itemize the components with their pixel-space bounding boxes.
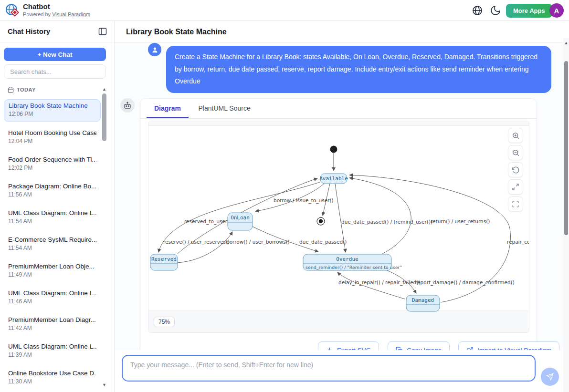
initial-state-node: [330, 146, 337, 153]
transition-label: borrow() / user_borrows(): [226, 239, 290, 245]
chat-history-sidebar: Chat History + New Chat TODAY Library Bo…: [0, 21, 115, 392]
search-chats-input[interactable]: [4, 64, 106, 79]
powered-by: Powered by Visual Paradigm: [23, 11, 90, 17]
collapse-sidebar-icon[interactable]: [98, 27, 107, 36]
state-overdue: Overdue send_reminder() / "Reminder sent…: [303, 254, 402, 270]
svg-text:Overdue: Overdue: [336, 256, 358, 262]
zoom-out-icon: [512, 149, 520, 157]
chat-history-item[interactable]: PremiumMember Loan Obje... 11:49 AM: [4, 260, 101, 283]
sidebar-header: Chat History: [0, 21, 114, 42]
today-label: TODAY: [17, 87, 36, 93]
chat-history-item[interactable]: E-Commerce SysML Require... 11:54 AM: [4, 234, 101, 257]
transition-label: delay_in_repair() / repair_failed(): [338, 279, 420, 286]
diagram-card: Diagram PlantUML Source: [140, 98, 537, 377]
expand-arrows-icon: [512, 183, 519, 191]
scrollbar-up-arrow[interactable]: ▲: [563, 40, 569, 46]
svg-text:Damaged: Damaged: [412, 297, 434, 303]
more-apps-button[interactable]: More Apps: [506, 4, 552, 18]
tab-plantuml-source[interactable]: PlantUML Source: [190, 99, 258, 117]
expand-button[interactable]: [508, 179, 523, 195]
state-damaged: Damaged: [406, 295, 440, 311]
svg-text:OnLoan: OnLoan: [231, 215, 250, 221]
visual-paradigm-logo-icon: [5, 3, 20, 18]
chat-history-item[interactable]: Library Book State Machine 12:06 PM: [4, 99, 101, 122]
state-onloan: OnLoan: [228, 213, 253, 230]
transition-overdue-available: [349, 178, 411, 254]
page-title-bar: Library Book State Machine: [115, 21, 563, 43]
dark-mode-moon-icon[interactable]: [490, 5, 501, 16]
svg-text:Reserved: Reserved: [151, 256, 177, 262]
chat-history-item[interactable]: Hotel Room Booking Use Case 12:04 PM: [4, 127, 101, 150]
send-button[interactable]: [541, 368, 559, 386]
state-machine-diagram: borrow / issue_to_user() due_date_passed…: [148, 121, 529, 332]
transition-label: due_date_passed(): [299, 239, 347, 245]
sidebar-title: Chat History: [8, 27, 50, 35]
zoom-out-button[interactable]: [508, 145, 523, 160]
transition-label: due_date_passed() / (remind_user()): [341, 219, 432, 225]
transition-damaged-overdue: [337, 272, 405, 299]
tab-bar: Diagram PlantUML Source: [140, 99, 537, 119]
chat-history-item[interactable]: Package Diagram: Online Bo... 11:56 AM: [4, 180, 101, 203]
reset-rotate-icon: [512, 166, 520, 174]
new-chat-button[interactable]: + New Chat: [4, 48, 106, 61]
user-message-avatar: [148, 43, 161, 56]
zoom-in-icon: [512, 132, 520, 140]
transition-label: borrow / issue_to_user(): [274, 197, 334, 204]
sidebar-scrollbar[interactable]: [102, 93, 106, 141]
sidebar-scroll-down-arrow[interactable]: ▼: [102, 382, 107, 387]
fullscreen-corners-icon: [512, 200, 519, 208]
transition-label: reserve() / user_reserves(): [163, 239, 230, 245]
robot-icon: [123, 101, 132, 110]
calendar-icon: [8, 87, 14, 93]
diagram-viewport[interactable]: borrow / issue_to_user() due_date_passed…: [148, 121, 529, 333]
chat-history-item[interactable]: UML Class Diagram: Online L... 11:39 AM: [4, 340, 101, 363]
send-plane-icon: [546, 373, 554, 381]
fullscreen-button[interactable]: [508, 196, 523, 212]
svg-text:send_reminder() / "Reminder se: send_reminder() / "Reminder sent to user…: [306, 265, 402, 270]
transition-label: reserved_to_user(): [184, 218, 231, 225]
final-state-node: [317, 217, 325, 225]
visual-paradigm-link[interactable]: Visual Paradigm: [52, 11, 90, 17]
user-avatar-badge[interactable]: A: [549, 3, 564, 18]
chat-history-item[interactable]: Online Bookstore Use Case D... 11:30 AM: [4, 367, 101, 390]
page-title: Library Book State Machine: [126, 28, 227, 36]
zoom-in-button[interactable]: [508, 128, 523, 143]
page-scrollbar-thumb[interactable]: [564, 61, 568, 235]
message-input[interactable]: [123, 356, 535, 381]
today-section-header: TODAY: [8, 86, 36, 93]
svg-text:Available: Available: [319, 175, 348, 182]
zoom-level-badge: 75%: [154, 317, 175, 327]
page-scrollbar-track[interactable]: ▲: [563, 38, 569, 392]
top-header: Chatbot Powered by Visual Paradigm More …: [0, 0, 569, 21]
chat-history-item[interactable]: UML Class Diagram: Online L... 11:46 AM: [4, 287, 101, 310]
transition-label: return() / user_returns(): [431, 218, 490, 225]
chat-history-item[interactable]: PremiumMember Loan Diagr... 11:42 AM: [4, 314, 101, 337]
language-globe-icon[interactable]: [472, 5, 483, 16]
chat-history-item[interactable]: UML Class Diagram: Online L... 11:54 AM: [4, 207, 101, 230]
sidebar-scroll-up-arrow[interactable]: ▲: [102, 87, 107, 92]
main-content: Library Book State Machine Create a Stat…: [115, 21, 563, 392]
transition-label: repair_com: [507, 239, 529, 245]
bot-message-avatar: [120, 98, 135, 113]
transition-label: report_damage() / damage_confirmed(): [415, 279, 515, 286]
chat-history-item[interactable]: Food Order Sequence with Ti... 12:02 PM: [4, 154, 101, 176]
message-input-bar: [115, 350, 563, 392]
tab-diagram[interactable]: Diagram: [147, 99, 189, 118]
app-window: Chatbot Powered by Visual Paradigm More …: [0, 0, 569, 392]
message-input-container: [122, 355, 536, 382]
reset-zoom-button[interactable]: [508, 162, 523, 177]
user-message-bubble: Create a State Machine for a Library Boo…: [166, 46, 551, 93]
person-icon: [151, 46, 158, 53]
app-title: Chatbot: [23, 2, 50, 10]
state-available: Available: [319, 174, 348, 184]
state-reserved: Reserved: [150, 254, 178, 270]
